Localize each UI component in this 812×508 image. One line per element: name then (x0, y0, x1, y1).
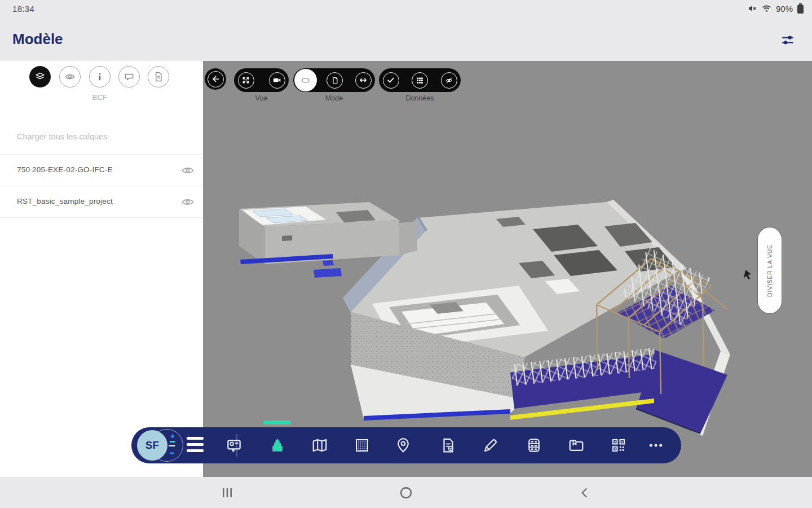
mute-icon (747, 3, 757, 14)
sidebar-tab-view[interactable] (59, 66, 81, 87)
more-button[interactable] (647, 437, 664, 454)
qr-code-icon (610, 437, 627, 454)
mode-swap-button[interactable] (352, 69, 374, 91)
battery-percent: 90% (776, 4, 793, 14)
mode-group (293, 68, 375, 92)
copy-document-icon (330, 76, 339, 85)
folder-icon (568, 437, 585, 454)
view-icon (64, 71, 76, 82)
pattern-icon (354, 437, 370, 454)
wifi-icon (761, 3, 772, 14)
home-icon (399, 485, 413, 500)
data-check-button[interactable] (380, 69, 401, 91)
swap-horizontal-icon (359, 76, 368, 85)
eye-off-icon (445, 76, 453, 85)
battery-icon (797, 3, 804, 14)
mode-document-button[interactable] (324, 69, 346, 91)
split-view-label: DIVISER LA VUE (766, 244, 773, 297)
qr-scan-button[interactable] (610, 437, 627, 454)
media-viewer-button[interactable] (226, 437, 242, 454)
back-icon (578, 486, 592, 500)
pen-icon (482, 437, 499, 454)
sliders-icon (780, 33, 795, 47)
data-hide-button[interactable] (438, 69, 460, 91)
android-navigation-bar (0, 477, 812, 508)
recents-button[interactable] (218, 484, 237, 502)
active-tab-indicator (263, 421, 291, 424)
status-bar: 18:34 90% (0, 0, 812, 18)
documents-button[interactable] (568, 437, 585, 454)
donnees-group (379, 68, 461, 92)
clock: 18:34 (12, 4, 34, 14)
layer-name: RST_basic_sample_project (17, 197, 113, 205)
model-tab-button[interactable] (269, 437, 286, 454)
sidebar-tab-documents[interactable] (148, 66, 169, 87)
check-icon (386, 76, 395, 85)
document-icon (153, 71, 164, 82)
visibility-eye-icon[interactable] (180, 195, 195, 209)
avatar[interactable]: SF (137, 430, 167, 461)
more-icon (647, 437, 664, 454)
home-button[interactable] (396, 484, 416, 502)
location-button[interactable] (395, 437, 412, 454)
visibility-eye-icon[interactable] (180, 163, 195, 178)
layer-name: 750 205-EXE-02-GO-IFC-E (17, 165, 113, 174)
divider (0, 217, 203, 218)
cursor-pointer (744, 270, 751, 279)
map-icon (311, 437, 328, 454)
vue-group (234, 68, 289, 92)
sidebar-panel: BCF Charger tous les calques 750 205-EXE… (0, 61, 203, 477)
back-nav-button[interactable] (575, 484, 594, 502)
location-pin-icon (395, 437, 412, 454)
bottom-toolbar: SF (131, 427, 681, 463)
forms-button[interactable] (440, 437, 457, 454)
grid-icon (416, 76, 424, 85)
building-icon (269, 436, 286, 454)
hamburger-icon (187, 437, 204, 440)
camera-icon (272, 76, 281, 85)
database-icon (526, 437, 542, 454)
sidebar-tab-layers[interactable] (29, 66, 51, 87)
app-header: Modèle (0, 18, 812, 61)
donnees-group-label: Données (379, 94, 461, 102)
vue-group-label: Vue (234, 94, 289, 102)
recents-icon (220, 486, 234, 500)
active-tab-label: BCF (85, 94, 115, 102)
viewer-back-button[interactable] (205, 68, 226, 90)
layer-row[interactable]: RST_basic_sample_project (0, 186, 203, 217)
database-button[interactable] (526, 437, 542, 454)
filter-settings-button[interactable] (778, 30, 797, 50)
expand-icon (241, 76, 250, 85)
annotate-button[interactable] (482, 437, 499, 454)
comment-icon (123, 71, 135, 82)
media-viewer-icon (226, 437, 242, 454)
pattern-button[interactable] (354, 437, 370, 454)
split-view-button[interactable]: DIVISER LA VUE (758, 227, 782, 313)
fullscreen-button[interactable] (235, 69, 257, 91)
page-title: Modèle (12, 30, 63, 48)
info-icon (94, 71, 105, 82)
data-grid-button[interactable] (409, 69, 431, 91)
mode-3d-button[interactable] (294, 69, 317, 91)
camera-view-button[interactable] (266, 69, 288, 91)
document-edit-icon (440, 437, 457, 454)
map-button[interactable] (311, 437, 328, 454)
layers-icon (34, 71, 46, 82)
model-3d-canvas[interactable] (203, 61, 812, 477)
sidebar-tab-comments[interactable] (118, 66, 140, 87)
model-viewport[interactable]: Vue Mode (203, 61, 812, 477)
back-arrow-icon (211, 75, 220, 84)
menu-button[interactable] (187, 437, 205, 454)
load-all-layers-button[interactable]: Charger tous les calques (17, 132, 107, 141)
sidebar-tab-info[interactable] (89, 66, 111, 87)
mode-group-label: Mode (293, 94, 375, 102)
layer-row[interactable]: 750 205-EXE-02-GO-IFC-E (0, 155, 203, 186)
model-3d-icon (301, 75, 311, 85)
